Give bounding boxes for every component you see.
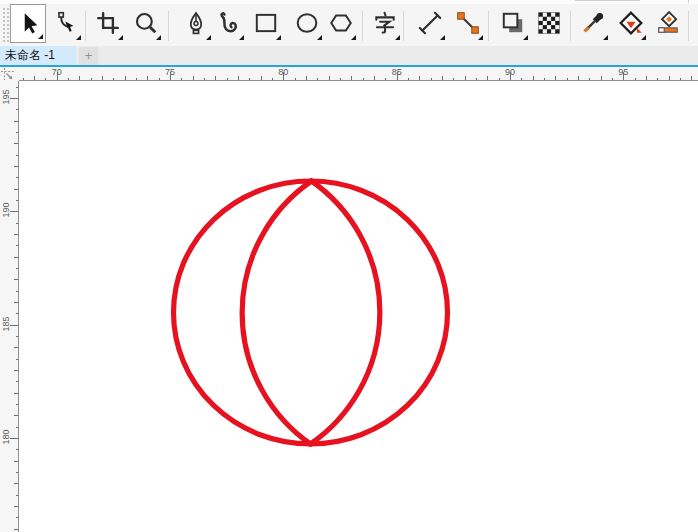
ruler-tick	[16, 132, 19, 133]
shadow-tool[interactable]	[496, 5, 530, 43]
ruler-tick	[14, 370, 19, 371]
ellipse-icon	[294, 10, 320, 36]
text-icon	[372, 10, 398, 36]
toolbar-separator	[85, 11, 86, 41]
ruler-tick	[544, 78, 545, 81]
pick-tool[interactable]	[10, 4, 46, 43]
pen-tool[interactable]	[179, 5, 213, 43]
ruler-tick	[147, 76, 148, 81]
tab-untitled-1[interactable]: 未命名 -1	[0, 46, 76, 65]
red-lens-shape[interactable]	[242, 181, 380, 444]
crop-icon	[95, 10, 121, 36]
ruler-tick	[16, 495, 19, 496]
text-tool[interactable]	[368, 5, 402, 43]
pattern-tool[interactable]	[532, 5, 566, 43]
shadow-icon	[500, 10, 526, 36]
smart-fill-tool[interactable]	[651, 5, 685, 43]
ruler-tick	[68, 78, 69, 81]
flyout-arrow-icon	[239, 35, 244, 40]
remnant-line	[575, 0, 640, 1]
toolbar-separator	[168, 11, 169, 41]
horizontal-ruler[interactable]: 707580859095	[19, 67, 698, 81]
crop-tool[interactable]	[91, 5, 125, 43]
ruler-label: 90	[505, 67, 515, 77]
flyout-arrow-icon	[603, 35, 608, 40]
ruler-tick	[16, 177, 19, 178]
dimension-tool[interactable]	[413, 5, 447, 43]
flyout-arrow-icon	[76, 35, 81, 40]
ruler-tick	[14, 393, 19, 394]
flyout-arrow-icon	[641, 35, 646, 40]
ruler-tick	[193, 76, 194, 81]
ruler-label: 85	[392, 67, 402, 77]
ruler-tick	[14, 461, 19, 462]
ruler-tick	[14, 189, 19, 190]
flyout-arrow-icon	[38, 34, 43, 39]
ruler-label: 185	[1, 312, 11, 336]
ruler-tick	[16, 472, 19, 473]
ruler-tick	[521, 78, 522, 81]
shape-tool[interactable]	[49, 5, 83, 43]
ruler-tick	[317, 78, 318, 81]
flyout-arrow-icon	[276, 35, 281, 40]
eyedropper-tool[interactable]	[576, 5, 610, 43]
fill-tool[interactable]	[614, 5, 648, 43]
ruler-tick	[16, 404, 19, 405]
ruler-tick	[14, 529, 19, 530]
ruler-tick	[329, 76, 330, 81]
flyout-arrow-icon	[206, 35, 211, 40]
connector-tool[interactable]	[451, 5, 485, 43]
ruler-tick	[227, 78, 228, 81]
toolbox	[0, 4, 698, 46]
ruler-tick	[14, 257, 19, 258]
ruler-tick	[589, 78, 590, 81]
freehand-icon	[216, 10, 242, 36]
ruler-tick	[476, 78, 477, 81]
flyout-arrow-icon	[317, 35, 322, 40]
drawing-canvas[interactable]	[19, 81, 698, 532]
polygon-icon	[328, 10, 354, 36]
ruler-tick	[249, 78, 250, 81]
ruler-tick	[646, 76, 647, 81]
ruler-tick	[601, 76, 602, 81]
ruler-tick	[567, 78, 568, 81]
new-document-button[interactable]: +	[79, 47, 98, 65]
vertical-ruler[interactable]: 195190185180	[0, 81, 19, 532]
ruler-tick	[669, 76, 670, 81]
rectangle-tool[interactable]	[249, 5, 283, 43]
ruler-tick	[113, 78, 114, 81]
ruler-tick	[23, 78, 24, 81]
ruler-label: 195	[1, 85, 11, 109]
toolbar-separator	[362, 11, 363, 41]
ruler-tick	[16, 245, 19, 246]
flyout-arrow-icon	[440, 35, 445, 40]
ellipse-tool[interactable]	[290, 5, 324, 43]
flyout-arrow-icon	[118, 35, 123, 40]
ruler-tick	[91, 78, 92, 81]
ruler-tick	[16, 223, 19, 224]
ruler-tick	[442, 76, 443, 81]
ruler-tick	[204, 78, 205, 81]
ruler-tick	[680, 78, 681, 81]
ruler-origin-button[interactable]	[0, 67, 19, 81]
toolbar-separator	[403, 11, 404, 41]
zoom-tool[interactable]	[129, 5, 163, 43]
ruler-tick	[16, 87, 19, 88]
ruler-tick	[272, 78, 273, 81]
pattern-icon	[536, 10, 562, 36]
ruler-label: 70	[52, 67, 62, 77]
ruler-tick	[14, 121, 19, 122]
toolbar-grip[interactable]	[1, 6, 10, 44]
ruler-tick	[306, 76, 307, 81]
ruler-tick	[261, 76, 262, 81]
ruler-label: 180	[1, 425, 11, 449]
ruler-tick	[10, 98, 18, 99]
ruler-tick	[14, 234, 19, 235]
polygon-tool[interactable]	[324, 5, 358, 43]
flyout-arrow-icon	[395, 35, 400, 40]
ruler-tick	[533, 76, 534, 81]
red-circle-shape[interactable]	[174, 181, 448, 444]
freehand-tool[interactable]	[212, 5, 246, 43]
ruler-label: 75	[165, 67, 175, 77]
ruler-tick	[295, 78, 296, 81]
